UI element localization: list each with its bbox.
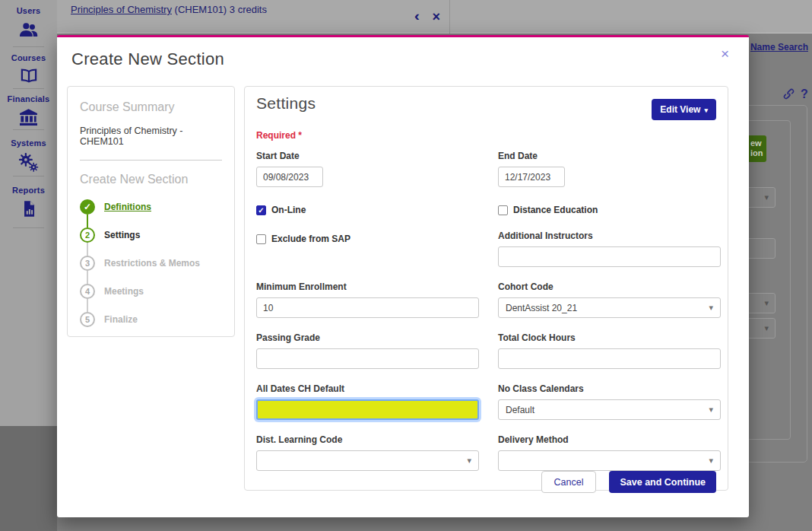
all-dates-ch-default-input[interactable] xyxy=(256,399,479,420)
field-passing-grade: Passing Grade xyxy=(256,332,479,369)
field-dist-learning-code: Dist. Learning Code ▾ xyxy=(256,434,479,471)
wizard-step-definitions[interactable]: ✓ Definitions xyxy=(80,199,222,215)
sidebar-item-label: Courses xyxy=(0,53,57,62)
users-icon xyxy=(18,19,39,40)
cohort-code-value: DentAssist 20_21 xyxy=(506,303,577,313)
sidebar-nav: Users Courses Financials xyxy=(0,0,57,531)
distance-education-label: Distance Education xyxy=(513,205,598,215)
field-no-class-calendars: No Class Calendars Default ▾ xyxy=(498,383,721,420)
create-new-section-modal: Create New Section × Course Summary Prin… xyxy=(57,35,749,517)
step-label[interactable]: Definitions xyxy=(104,202,151,212)
field-total-clock-hours: Total Clock Hours xyxy=(498,332,721,369)
minimum-enrollment-input[interactable] xyxy=(256,297,479,318)
field-start-date: Start Date xyxy=(256,151,479,187)
total-clock-hours-input[interactable] xyxy=(498,348,721,369)
start-date-label: Start Date xyxy=(256,151,479,161)
close-panel-icon[interactable]: × xyxy=(432,7,440,27)
field-online: ✓ On-Line xyxy=(256,204,479,216)
course-summary-heading: Course Summary xyxy=(80,100,222,114)
field-end-date: End Date xyxy=(498,151,721,187)
green-button-text: ew xyxy=(750,138,766,148)
course-title-link[interactable]: Principles of Chemistry xyxy=(71,4,172,15)
field-minimum-enrollment: Minimum Enrollment xyxy=(256,281,479,318)
wizard-step-restrictions: 3 Restrictions & Memos xyxy=(80,256,222,271)
additional-instructors-label: Additional Instructors xyxy=(498,231,721,241)
chevron-down-icon: ▾ xyxy=(764,192,769,202)
sidebar-divider xyxy=(13,46,44,47)
green-button-text: ion xyxy=(750,148,766,158)
help-icon[interactable]: ? xyxy=(801,87,808,101)
sidebar-bottom-fill xyxy=(0,426,57,531)
delivery-method-label: Delivery Method xyxy=(498,434,721,445)
passing-grade-label: Passing Grade xyxy=(256,332,479,343)
step-label: Restrictions & Memos xyxy=(104,258,200,269)
sidebar-item-financials[interactable]: Financials xyxy=(0,94,57,127)
cohort-code-label: Cohort Code xyxy=(498,281,721,292)
sidebar-item-label: Financials xyxy=(0,94,57,103)
wizard-step-settings[interactable]: 2 Settings xyxy=(80,227,222,243)
distance-education-checkbox[interactable] xyxy=(498,205,508,215)
end-date-label: End Date xyxy=(498,151,721,161)
topbar: Principles of Chemistry (CHEM101) 3 cred… xyxy=(57,0,812,33)
modal-close-icon[interactable]: × xyxy=(721,46,729,61)
field-all-dates-ch-default: All Dates CH Default xyxy=(256,383,479,420)
divider xyxy=(80,160,222,161)
sidebar-item-courses[interactable]: Courses xyxy=(0,53,57,85)
step-number: 2 xyxy=(80,227,95,243)
step-label: Finalize xyxy=(104,314,138,325)
step-connector xyxy=(87,243,88,256)
step-label: Settings xyxy=(104,230,140,240)
course-meta: (CHEM101) 3 credits xyxy=(175,4,267,15)
required-note: Required * xyxy=(256,130,716,141)
sidebar-item-reports[interactable]: Reports xyxy=(0,186,57,219)
sidebar-item-systems[interactable]: Systems xyxy=(0,138,57,173)
step-number: 5 xyxy=(80,312,95,327)
step-label: Meetings xyxy=(104,286,144,297)
exclude-from-sap-label: Exclude from SAP xyxy=(271,234,350,244)
settings-form-panel: Settings Edit View▾ Required * Start Dat… xyxy=(244,86,728,491)
course-summary-course: Principles of Chemistry - CHEM101 xyxy=(80,126,222,147)
dist-learning-code-label: Dist. Learning Code xyxy=(256,434,479,445)
chevron-down-icon: ▾ xyxy=(467,456,471,466)
save-and-continue-button[interactable]: Save and Continue xyxy=(609,471,716,493)
sidebar-divider xyxy=(13,88,44,89)
chevron-down-icon: ▾ xyxy=(764,298,769,308)
edit-view-label: Edit View xyxy=(660,104,700,115)
step-check-icon: ✓ xyxy=(80,199,95,215)
course-breadcrumb: Principles of Chemistry (CHEM101) 3 cred… xyxy=(71,4,267,15)
exclude-from-sap-checkbox[interactable] xyxy=(256,234,266,244)
no-class-calendars-label: No Class Calendars xyxy=(498,383,721,394)
name-search-link[interactable]: Name Search xyxy=(750,42,808,52)
dist-learning-code-select[interactable]: ▾ xyxy=(256,450,479,471)
wizard-heading: Create New Section xyxy=(80,173,222,186)
sidebar-item-users[interactable]: Users xyxy=(0,6,57,40)
link-icon[interactable] xyxy=(782,87,796,101)
passing-grade-input[interactable] xyxy=(256,348,479,369)
gears-icon xyxy=(17,151,40,173)
end-date-input[interactable] xyxy=(498,167,565,187)
step-connector xyxy=(87,271,88,284)
no-class-calendars-select[interactable]: Default ▾ xyxy=(498,399,721,420)
settings-heading: Settings xyxy=(256,94,316,113)
wizard-step-finalize: 5 Finalize xyxy=(80,312,222,327)
no-class-calendars-value: Default xyxy=(506,405,534,415)
field-additional-instructors: Additional Instructors xyxy=(498,231,721,267)
cohort-code-select[interactable]: DentAssist 20_21 ▾ xyxy=(498,297,721,318)
online-label: On-Line xyxy=(271,205,306,215)
edit-view-button[interactable]: Edit View▾ xyxy=(652,99,716,120)
chevron-down-icon: ▾ xyxy=(709,405,713,415)
step-connector xyxy=(87,299,88,312)
field-cohort-code: Cohort Code DentAssist 20_21 ▾ xyxy=(498,281,721,318)
sidebar-divider xyxy=(13,176,44,176)
field-distance-education: Distance Education xyxy=(498,204,721,216)
collapse-panel-icon[interactable]: ‹ xyxy=(414,8,420,24)
online-checkbox[interactable]: ✓ xyxy=(256,205,266,215)
delivery-method-select[interactable]: ▾ xyxy=(498,450,721,471)
step-connector xyxy=(87,215,88,227)
total-clock-hours-label: Total Clock Hours xyxy=(498,332,721,343)
additional-instructors-input[interactable] xyxy=(498,246,721,267)
chevron-down-icon: ▾ xyxy=(704,107,708,114)
start-date-input[interactable] xyxy=(256,167,323,187)
sidebar-divider xyxy=(13,129,44,130)
cancel-button[interactable]: Cancel xyxy=(541,471,597,493)
